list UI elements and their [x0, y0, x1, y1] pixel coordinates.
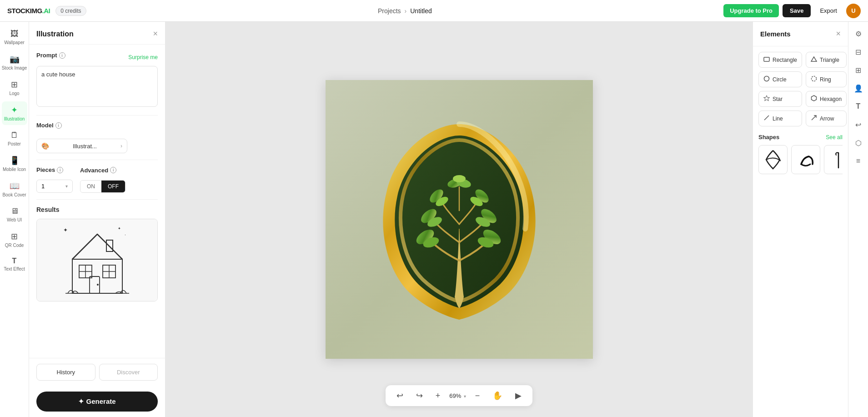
sidebar-item-label: Logo — [9, 91, 19, 96]
pan-button[interactable]: ✋ — [489, 389, 506, 402]
elements-panel-title: Elements — [760, 30, 791, 38]
history-button[interactable]: History — [36, 364, 95, 381]
main-layout: 🖼 Wallpaper 📷 Stock Image ⊞ Logo ✦ Illus… — [0, 22, 868, 417]
svg-point-31 — [764, 76, 769, 81]
section-divider-2 — [36, 160, 158, 160]
elements-panel-close-button[interactable]: × — [836, 29, 841, 39]
result-image: ✦ ✦ · — [37, 219, 157, 301]
star-button[interactable]: Star — [758, 91, 802, 107]
canvas-artwork — [359, 115, 559, 324]
circle-button[interactable]: Circle — [758, 71, 802, 87]
sidebar-item-label: Poster — [8, 141, 21, 146]
rectangle-button[interactable]: Rectangle — [758, 52, 802, 68]
canvas-area: ↩ ↪ + 69% ▾ − ✋ ▶ — [166, 22, 753, 417]
toggle-off-button[interactable]: OFF — [101, 181, 125, 192]
shapes-section-title: Shapes — [758, 134, 779, 141]
line-button[interactable]: Line — [758, 111, 802, 126]
panel-title: Illustration — [36, 30, 74, 38]
sidebar-item-web-ui[interactable]: 🖥 Web UI — [2, 203, 27, 226]
zoom-out-button[interactable]: − — [472, 389, 484, 402]
sidebar-item-label: Web UI — [7, 217, 22, 222]
web-ui-icon: 🖥 — [10, 206, 19, 216]
app-logo: STOCKIMG.AI — [7, 7, 50, 15]
model-row: Model i — [36, 122, 158, 132]
mini-layers-button[interactable]: ⊟ — [850, 44, 867, 60]
svg-rect-29 — [764, 57, 769, 61]
hexagon-button[interactable]: Hexagon — [806, 91, 847, 107]
zoom-in-button[interactable]: + — [432, 389, 444, 402]
mini-settings-button[interactable]: ⚙ — [850, 25, 867, 42]
prompt-textarea[interactable]: a cute house — [36, 66, 158, 107]
svg-marker-33 — [764, 95, 770, 101]
canvas-image — [326, 80, 593, 359]
triangle-button[interactable]: Triangle — [806, 52, 847, 68]
sidebar-item-qr-code[interactable]: ⊞ QR Code — [2, 228, 27, 251]
sidebar-item-logo[interactable]: ⊞ Logo — [2, 76, 27, 100]
mini-grid-button[interactable]: ⊞ — [850, 62, 867, 78]
projects-link[interactable]: Projects — [378, 7, 401, 15]
shapes-row — [758, 145, 843, 174]
save-button[interactable]: Save — [783, 4, 811, 17]
page-name: Untitled — [410, 7, 431, 15]
panel-close-button[interactable]: × — [153, 29, 158, 39]
advanced-group: Advanced i ON OFF — [80, 167, 125, 193]
discover-button[interactable]: Discover — [99, 364, 158, 381]
sidebar-item-stock-image[interactable]: 📷 Stock Image — [2, 50, 27, 74]
upgrade-button[interactable]: Upgrade to Pro — [723, 4, 779, 17]
text-effect-icon: T — [12, 257, 17, 265]
elements-panel-content: Rectangle Triangle Circle — [753, 46, 848, 417]
sidebar-item-label: Stock Image — [2, 65, 27, 70]
wallpaper-icon: 🖼 — [10, 29, 19, 39]
section-divider-3 — [36, 199, 158, 200]
arrow-icon — [811, 115, 817, 122]
ring-button[interactable]: Ring — [806, 71, 847, 87]
advanced-info-icon: i — [110, 167, 116, 173]
pieces-select[interactable]: 1 ▾ — [36, 180, 73, 193]
mini-filter-button[interactable]: ≡ — [850, 153, 867, 169]
toggle-on-button[interactable]: ON — [80, 181, 101, 192]
shape-thumb-3[interactable] — [824, 145, 843, 174]
svg-text:✦: ✦ — [63, 227, 68, 233]
poster-icon: 🗒 — [10, 131, 19, 140]
undo-button[interactable]: ↩ — [393, 389, 407, 402]
model-selector[interactable]: 🎨 Illustrat... › — [36, 139, 127, 153]
see-all-link[interactable]: See all — [826, 134, 843, 141]
topbar: STOCKIMG.AI 0 credits Projects › Untitle… — [0, 0, 868, 22]
surprise-link[interactable]: Surprise me — [128, 54, 158, 60]
model-info-icon: i — [55, 122, 62, 129]
sidebar-item-poster[interactable]: 🗒 Poster — [2, 127, 27, 150]
prompt-info-icon: i — [59, 52, 65, 59]
sidebar-item-text-effect[interactable]: T Text Effect — [2, 253, 27, 275]
result-image-container[interactable]: ✦ ✦ · — [36, 219, 158, 301]
sidebar-item-illustration[interactable]: ✦ Illustration — [2, 101, 27, 125]
mini-refresh-button[interactable]: ↩ — [850, 116, 867, 133]
export-button[interactable]: Export — [814, 4, 843, 17]
pieces-label: Pieces i — [36, 166, 73, 173]
svg-point-28 — [453, 175, 466, 182]
results-title: Results — [36, 206, 158, 213]
shape-thumb-1[interactable] — [758, 145, 788, 174]
pieces-value: 1 — [41, 183, 45, 190]
arrow-button[interactable]: Arrow — [806, 111, 847, 126]
shape-thumb-2[interactable] — [791, 145, 820, 174]
sidebar-item-label: Text Effect — [4, 266, 25, 271]
star-icon — [763, 95, 770, 103]
redo-button[interactable]: ↪ — [412, 389, 426, 402]
mini-sticker-button[interactable]: ⬡ — [850, 135, 867, 151]
model-label: Model i — [36, 122, 62, 129]
sidebar-item-mobile-icon[interactable]: 📱 Mobile Icon — [2, 152, 27, 176]
play-button[interactable]: ▶ — [512, 389, 525, 402]
sidebar-item-book-cover[interactable]: 📖 Book Cover — [2, 177, 27, 201]
panel-content: Prompt i Surprise me a cute house Model … — [29, 45, 165, 358]
svg-point-32 — [812, 76, 817, 81]
sidebar-item-label: Illustration — [4, 116, 25, 121]
topbar-left: STOCKIMG.AI 0 credits — [7, 6, 86, 16]
sidebar-item-wallpaper[interactable]: 🖼 Wallpaper — [2, 25, 27, 49]
sidebar-item-label: Book Cover — [2, 192, 26, 197]
mini-text-button[interactable]: T — [850, 98, 867, 115]
svg-marker-34 — [812, 95, 817, 101]
mini-person-button[interactable]: 👤 — [850, 80, 867, 96]
panel-footer: History Discover — [29, 358, 165, 386]
generate-bar: ✦ Generate — [29, 386, 165, 417]
generate-button[interactable]: ✦ Generate — [36, 392, 158, 412]
